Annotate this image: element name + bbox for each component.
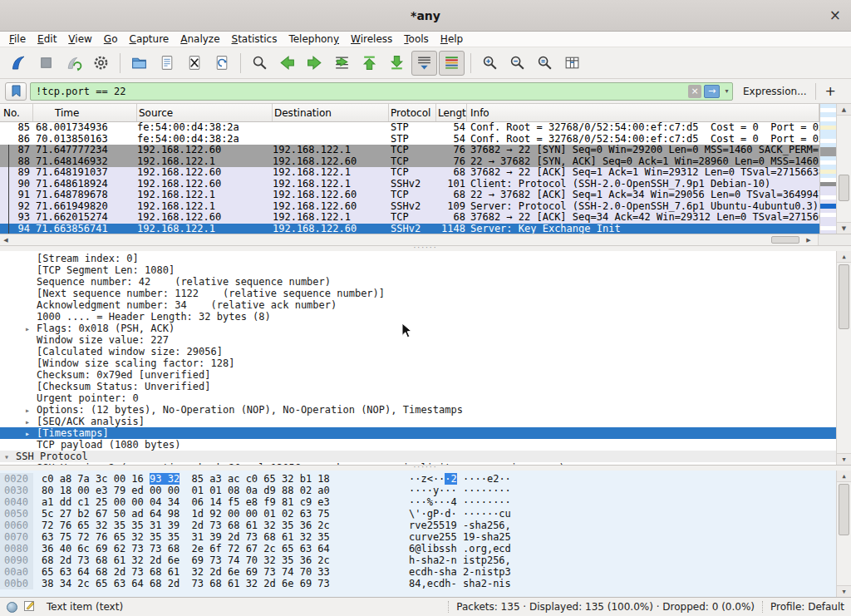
menu-edit[interactable]: Edit xyxy=(32,33,62,45)
restart-capture-button[interactable] xyxy=(61,51,86,76)
packet-list-scrollbar[interactable]: ▲ ▼ xyxy=(836,104,851,234)
colorize-button[interactable] xyxy=(439,51,465,76)
detail-line[interactable]: TCP payload (1080 bytes) xyxy=(0,439,836,451)
hex-row[interactable]: 00b038 34 2c 65 63 64 68 2d 73 68 61 32 … xyxy=(0,578,851,589)
zoom-reset-button[interactable] xyxy=(532,51,558,76)
filter-bookmark-button[interactable] xyxy=(5,82,27,101)
hex-row[interactable]: 00a065 63 64 68 2d 73 68 61 32 2d 6e 69 … xyxy=(0,566,851,578)
close-button[interactable]: × xyxy=(829,7,841,23)
detail-line[interactable]: [TCP Segment Len: 1080] xyxy=(0,264,836,276)
resize-columns-button[interactable] xyxy=(559,51,585,76)
hscrollbar-thumb[interactable] xyxy=(771,236,799,244)
packet-row[interactable]: 8568.001734936fe:54:00:d4:38:2aSTP54Conf… xyxy=(0,122,819,134)
go-to-packet-button[interactable] xyxy=(329,51,355,76)
detail-line[interactable]: [Calculated window size: 29056] xyxy=(0,346,836,357)
column-header-info[interactable]: Info xyxy=(467,104,819,121)
scroll-up-icon[interactable]: ▲ xyxy=(837,251,851,263)
detail-line[interactable]: [Stream index: 0] xyxy=(0,253,836,264)
column-header-protocol[interactable]: Protocol xyxy=(389,104,436,121)
detail-line[interactable]: ▸[SEQ/ACK analysis] xyxy=(0,416,836,427)
hex-row[interactable]: 006072 76 65 32 35 35 31 39 2d 73 68 61 … xyxy=(0,520,851,531)
packet-list-minimap[interactable] xyxy=(819,104,836,234)
menu-wireless[interactable]: Wireless xyxy=(345,33,398,45)
detail-line[interactable]: 1000 .... = Header Length: 32 bytes (8) xyxy=(0,311,836,323)
hex-row[interactable]: 009068 2d 73 68 61 32 2d 6e 69 73 74 70 … xyxy=(0,554,851,566)
expert-info-icon[interactable] xyxy=(7,602,17,613)
menu-view[interactable]: View xyxy=(62,33,97,45)
column-header-time[interactable]: Time xyxy=(33,104,137,121)
menu-tools[interactable]: Tools xyxy=(398,33,435,45)
hex-row[interactable]: 0020c0 a8 7a 3c 00 16 93 32 85 a3 ac c0 … xyxy=(0,473,851,485)
detail-line[interactable]: ▸Flags: 0x018 (PSH, ACK) xyxy=(0,323,836,334)
packet-row[interactable]: 9071.648618924192.168.122.60192.168.122.… xyxy=(0,179,819,190)
hex-row[interactable]: 007063 75 72 76 65 32 35 35 31 39 2d 73 … xyxy=(0,531,851,543)
filter-apply-icon[interactable]: → xyxy=(704,85,720,98)
detail-line[interactable]: [Next sequence number: 1122 (relative se… xyxy=(0,288,836,299)
filter-dropdown-icon[interactable]: ▾ xyxy=(721,87,732,95)
hex-row[interactable]: 003080 18 00 e3 79 ed 00 00 01 01 08 0a … xyxy=(0,485,851,496)
scroll-up-icon[interactable]: ▲ xyxy=(837,471,851,482)
stop-capture-button[interactable] xyxy=(33,51,59,76)
capture-comment-icon[interactable] xyxy=(24,600,35,614)
detail-line[interactable]: Sequence number: 42 (relative sequence n… xyxy=(0,276,836,288)
packet-row[interactable]: 8670.013850163fe:54:00:d4:38:2aSTP54Conf… xyxy=(0,134,819,145)
menu-analyze[interactable]: Analyze xyxy=(175,33,225,45)
find-packet-button[interactable] xyxy=(247,51,273,76)
column-header-destination[interactable]: Destination xyxy=(273,104,389,121)
detail-line[interactable]: Acknowledgment number: 34 (relative ack … xyxy=(0,299,836,311)
filter-clear-icon[interactable]: × xyxy=(688,85,701,98)
packet-row[interactable]: 9171.648789678192.168.122.1192.168.122.6… xyxy=(0,190,819,201)
detail-line[interactable]: ▸Options: (12 bytes), No-Operation (NOP)… xyxy=(0,404,836,416)
detail-line[interactable]: [Window size scaling factor: 128] xyxy=(0,357,836,369)
menu-go[interactable]: Go xyxy=(98,33,124,45)
go-last-button[interactable] xyxy=(384,51,410,76)
menu-capture[interactable]: Capture xyxy=(123,33,175,45)
scroll-up-icon[interactable]: ▲ xyxy=(837,104,851,116)
packet-row[interactable]: 8771.647777234192.168.122.60192.168.122.… xyxy=(0,145,819,156)
scroll-down-icon[interactable]: ▼ xyxy=(837,222,851,234)
scroll-right-icon[interactable]: ▶ xyxy=(803,234,814,245)
detail-line[interactable]: ▸SSH Version 2 (encryption:chacha20-poly… xyxy=(0,462,836,466)
go-back-button[interactable] xyxy=(274,51,300,76)
menu-file[interactable]: File xyxy=(3,33,32,45)
packet-row[interactable]: 9371.662015274192.168.122.60192.168.122.… xyxy=(0,212,819,224)
reload-file-button[interactable] xyxy=(209,51,234,76)
detail-line[interactable]: Window size value: 227 xyxy=(0,334,836,346)
details-scrollbar[interactable]: ▲ ▼ xyxy=(836,251,851,465)
scroll-left-icon[interactable]: ◀ xyxy=(0,234,12,245)
open-file-button[interactable] xyxy=(126,51,152,76)
detail-line-ssh-protocol[interactable]: ▾SSH Protocol xyxy=(0,451,836,462)
scrollbar-thumb[interactable] xyxy=(839,264,849,329)
go-forward-button[interactable] xyxy=(302,51,327,76)
packet-row[interactable]: 9271.661949820192.168.122.1192.168.122.6… xyxy=(0,201,819,213)
hex-scrollbar[interactable]: ▲ ▼ xyxy=(836,471,851,597)
column-header-length[interactable]: Length xyxy=(436,104,467,121)
detail-line[interactable]: Checksum: 0x79ed [unverified] xyxy=(0,369,836,381)
packet-list-hscrollbar[interactable]: ◀ ▶ xyxy=(0,234,851,246)
packet-row[interactable]: 8971.648191037192.168.122.60192.168.122.… xyxy=(0,167,819,179)
zoom-out-button[interactable] xyxy=(504,51,530,76)
menu-statistics[interactable]: Statistics xyxy=(226,33,283,45)
expression-button[interactable]: Expression... xyxy=(743,86,807,97)
save-file-button[interactable] xyxy=(154,51,180,76)
column-header-no[interactable]: No. xyxy=(0,104,33,121)
auto-scroll-button[interactable] xyxy=(411,51,437,76)
detail-line[interactable]: Urgent pointer: 0 xyxy=(0,392,836,404)
hex-row[interactable]: 008036 40 6c 69 62 73 73 68 2e 6f 72 67 … xyxy=(0,543,851,554)
scroll-down-icon[interactable]: ▼ xyxy=(837,453,851,465)
scrollbar-thumb[interactable] xyxy=(839,484,849,535)
packet-row[interactable]: 8871.648146932192.168.122.1192.168.122.6… xyxy=(0,156,819,168)
column-header-source[interactable]: Source xyxy=(137,104,273,121)
hex-row[interactable]: 00505c 27 b2 67 50 ad 64 98 1d 92 00 00 … xyxy=(0,508,851,520)
scroll-down-icon[interactable]: ▼ xyxy=(837,585,851,597)
display-filter-input[interactable]: !tcp.port == 22 × → ▾ xyxy=(30,82,733,101)
go-first-button[interactable] xyxy=(357,51,382,76)
start-capture-button[interactable] xyxy=(6,51,32,76)
hex-row[interactable]: 0040a1 dd c1 25 00 00 04 34 06 14 f5 e8 … xyxy=(0,496,851,508)
detail-line-selected[interactable]: ▸[Timestamps] xyxy=(0,427,836,439)
menu-telephony[interactable]: Telephony xyxy=(283,33,345,45)
packet-row-selected[interactable]: 9471.663856741192.168.122.1192.168.122.6… xyxy=(0,224,819,235)
capture-options-button[interactable] xyxy=(88,51,114,76)
add-filter-button[interactable]: + xyxy=(825,83,836,99)
scrollbar-thumb[interactable] xyxy=(839,175,849,201)
